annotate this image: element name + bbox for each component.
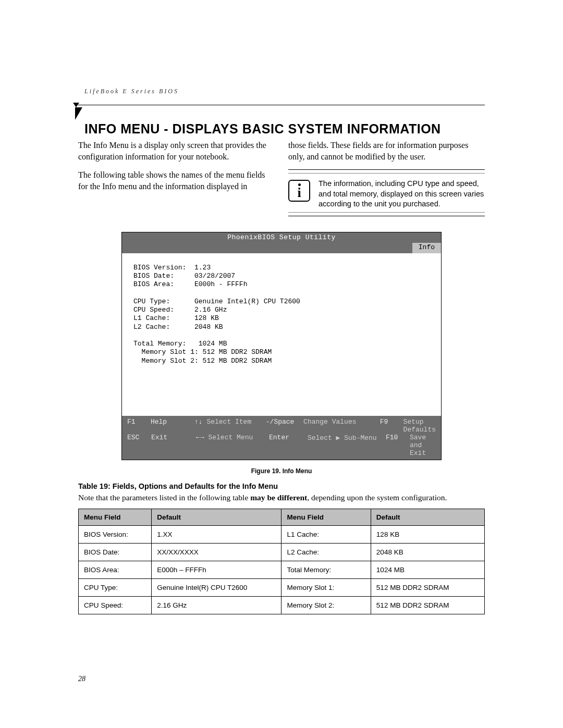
table-row: BIOS Date: XX/XX/XXXX L2 Cache: 2048 KB xyxy=(79,543,485,561)
bios-tab-info: Info xyxy=(412,243,441,253)
bios-tabbar: Info xyxy=(122,243,441,253)
intro-columns: The Info Menu is a display only screen t… xyxy=(78,140,485,219)
bios-footer: F1 Help ↑↓ Select Item -/Space Change Va… xyxy=(122,416,441,460)
intro-paragraph-2a: The following table shows the names of t… xyxy=(78,169,275,192)
bios-key-enter: Enter xyxy=(269,434,308,457)
table-header-row: Menu Field Default Menu Field Default xyxy=(79,509,485,525)
bios-key-f10: F10 xyxy=(386,434,410,457)
info-icon: i xyxy=(288,180,310,202)
header-rule xyxy=(78,100,485,109)
table-row: CPU Speed: 2.16 GHz Memory Slot 2: 512 M… xyxy=(79,596,485,614)
bios-action-exit: Exit xyxy=(151,434,196,457)
bios-screenshot: PhoenixBIOS Setup Utility Info BIOS Vers… xyxy=(121,232,442,460)
bios-key-space: -/Space xyxy=(266,418,303,434)
document-page: LifeBook E Series BIOS INFO MENU - DISPL… xyxy=(0,0,563,728)
figure-caption: Figure 19. Info Menu xyxy=(78,467,485,475)
page-number: 28 xyxy=(78,675,85,683)
bios-action-save-exit: Save and Exit xyxy=(410,434,436,457)
bios-title: PhoenixBIOS Setup Utility xyxy=(122,232,441,243)
intro-paragraph-2b: those fields. These fields are for infor… xyxy=(288,140,485,162)
bios-key-esc: ESC xyxy=(127,434,151,457)
running-head: LifeBook E Series BIOS xyxy=(84,88,485,95)
bios-key-f9: F9 xyxy=(380,418,403,434)
info-callout: i The information, including CPU type an… xyxy=(288,169,485,216)
section-triangle-icon xyxy=(75,107,82,120)
bios-key-updown: ↑↓ xyxy=(194,418,203,426)
bios-key-f1: F1 xyxy=(127,418,151,434)
defaults-table: Menu Field Default Menu Field Default BI… xyxy=(78,509,485,614)
page-title: INFO MENU - DISPLAYS BASIC SYSTEM INFORM… xyxy=(84,121,485,137)
bios-action-help: Help xyxy=(151,418,194,434)
table-row: BIOS Version: 1.XX L1 Cache: 128 KB xyxy=(79,525,485,543)
bios-action-change-values: Change Values xyxy=(303,418,380,434)
bios-action-setup-defaults: Setup Defaults xyxy=(403,418,436,434)
bios-body: BIOS Version: 1.23 BIOS Date: 03/28/2007… xyxy=(122,253,441,416)
bios-action-select-item: Select Item xyxy=(206,418,251,426)
table-row: BIOS Area: E000h – FFFFh Total Memory: 1… xyxy=(79,561,485,578)
bios-key-leftright: ←→ xyxy=(196,434,204,441)
info-callout-text: The information, including CPU type and … xyxy=(319,179,485,209)
col-header-menufield-1: Menu Field xyxy=(79,509,152,525)
table-row: CPU Type: Genuine Intel(R) CPU T2600 Mem… xyxy=(79,578,485,596)
bios-action-select-menu: Select Menu xyxy=(208,434,253,441)
table-note: Note that the parameters listed in the f… xyxy=(78,492,485,503)
col-header-default-2: Default xyxy=(371,509,484,525)
col-header-menufield-2: Menu Field xyxy=(282,509,371,525)
intro-paragraph-1: The Info Menu is a display only screen t… xyxy=(78,140,275,162)
table-title: Table 19: Fields, Options and Defaults f… xyxy=(78,482,485,490)
bios-action-select-submenu: Select ▶ Sub-Menu xyxy=(308,434,386,457)
col-header-default-1: Default xyxy=(152,509,282,525)
